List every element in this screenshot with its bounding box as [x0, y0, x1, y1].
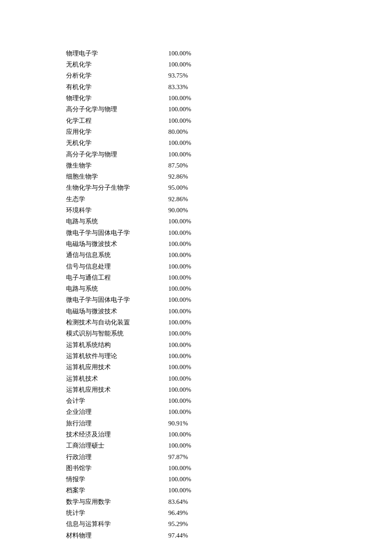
subject-cell: 检测技术与自动化装置	[66, 317, 168, 328]
table-row: 应用化学80.00%	[66, 126, 191, 137]
percent-cell: 100.00%	[168, 395, 191, 406]
subject-percentage-table: 物理电子学100.00%无机化学100.00%分析化学93.75%有机化学83.…	[66, 48, 191, 541]
table-row: 电磁场与微波技术100.00%	[66, 306, 191, 317]
table-row: 档案学100.00%	[66, 485, 191, 496]
percent-cell: 100.00%	[168, 485, 191, 496]
subject-cell: 信息与运算科学	[66, 518, 168, 529]
percent-cell: 100.00%	[168, 373, 191, 384]
percent-cell: 100.00%	[168, 407, 191, 418]
table-row: 运算机软件与理论100.00%	[66, 350, 191, 361]
table-row: 分析化学93.75%	[66, 70, 191, 81]
table-row: 数学与应用数学83.64%	[66, 496, 191, 507]
subject-cell: 电子与通信工程	[66, 272, 168, 283]
percent-cell: 100.00%	[168, 92, 191, 104]
subject-cell: 物理电子学	[66, 48, 168, 59]
table-row: 技术经济及治理100.00%	[66, 429, 191, 440]
percent-cell: 100.00%	[168, 48, 191, 59]
subject-cell: 生物化学与分子生物学	[66, 182, 168, 194]
table-row: 细胞生物学92.86%	[66, 171, 191, 182]
table-row: 统计学96.49%	[66, 507, 191, 518]
subject-cell: 高分子化学与物理	[66, 104, 168, 115]
table-row: 电磁场与微波技术100.00%	[66, 238, 191, 249]
subject-cell: 工商治理硕士	[66, 440, 168, 451]
percent-cell: 100.00%	[168, 306, 191, 317]
table-row: 微电子学与固体电子学100.00%	[66, 227, 191, 238]
percent-cell: 80.00%	[168, 126, 191, 137]
percent-cell: 100.00%	[168, 227, 191, 238]
subject-cell: 企业治理	[66, 407, 168, 418]
table-row: 情报学100.00%	[66, 474, 191, 485]
table-row: 运算机应用技术100.00%	[66, 384, 191, 395]
subject-cell: 微电子学与固体电子学	[66, 227, 168, 238]
subject-cell: 统计学	[66, 507, 168, 518]
percent-cell: 83.64%	[168, 496, 191, 507]
subject-cell: 应用化学	[66, 126, 168, 137]
subject-cell: 电磁场与微波技术	[66, 238, 168, 249]
table-row: 微电子学与固体电子学100.00%	[66, 295, 191, 306]
table-body: 物理电子学100.00%无机化学100.00%分析化学93.75%有机化学83.…	[66, 48, 191, 541]
percent-cell: 100.00%	[168, 104, 191, 115]
subject-cell: 有机化学	[66, 81, 168, 92]
table-row: 行政治理97.87%	[66, 451, 191, 462]
table-row: 材料物理97.44%	[66, 530, 191, 541]
percent-cell: 100.00%	[168, 350, 191, 361]
table-row: 无机化学100.00%	[66, 59, 191, 70]
subject-cell: 无机化学	[66, 59, 168, 70]
table-row: 物理电子学100.00%	[66, 48, 191, 59]
percent-cell: 97.87%	[168, 451, 191, 462]
percent-cell: 100.00%	[168, 474, 191, 485]
table-row: 企业治理100.00%	[66, 407, 191, 418]
table-row: 有机化学83.33%	[66, 81, 191, 92]
percent-cell: 93.75%	[168, 70, 191, 81]
subject-cell: 运算机系统结构	[66, 339, 168, 350]
table-row: 旅行治理90.91%	[66, 418, 191, 429]
percent-cell: 100.00%	[168, 272, 191, 283]
subject-cell: 情报学	[66, 474, 168, 485]
subject-cell: 运算机软件与理论	[66, 350, 168, 361]
subject-cell: 生态学	[66, 194, 168, 205]
percent-cell: 90.91%	[168, 418, 191, 429]
percent-cell: 83.33%	[168, 81, 191, 92]
percent-cell: 100.00%	[168, 283, 191, 294]
percent-cell: 100.00%	[168, 440, 191, 451]
subject-cell: 数学与应用数学	[66, 496, 168, 507]
subject-cell: 微电子学与固体电子学	[66, 295, 168, 306]
table-row: 运算机技术100.00%	[66, 373, 191, 384]
percent-cell: 100.00%	[168, 462, 191, 474]
table-row: 运算机应用技术100.00%	[66, 361, 191, 373]
subject-cell: 运算机技术	[66, 373, 168, 384]
table-row: 会计学100.00%	[66, 395, 191, 406]
subject-cell: 物理化学	[66, 92, 168, 104]
percent-cell: 95.00%	[168, 182, 191, 194]
subject-cell: 运算机应用技术	[66, 384, 168, 395]
subject-cell: 细胞生物学	[66, 171, 168, 182]
percent-cell: 100.00%	[168, 261, 191, 272]
subject-cell: 旅行治理	[66, 418, 168, 429]
table-row: 高分子化学与物理100.00%	[66, 104, 191, 115]
subject-cell: 档案学	[66, 485, 168, 496]
subject-cell: 运算机应用技术	[66, 361, 168, 373]
percent-cell: 92.86%	[168, 171, 191, 182]
percent-cell: 97.44%	[168, 530, 191, 541]
table-row: 电子与通信工程100.00%	[66, 272, 191, 283]
subject-cell: 信号与信息处理	[66, 261, 168, 272]
percent-cell: 100.00%	[168, 384, 191, 395]
table-row: 运算机系统结构100.00%	[66, 339, 191, 350]
table-row: 物理化学100.00%	[66, 92, 191, 104]
subject-cell: 环境科学	[66, 205, 168, 216]
table-row: 生物化学与分子生物学95.00%	[66, 182, 191, 194]
subject-cell: 会计学	[66, 395, 168, 406]
percent-cell: 100.00%	[168, 115, 191, 126]
percent-cell: 100.00%	[168, 137, 191, 148]
table-row: 化学工程100.00%	[66, 115, 191, 126]
table-row: 通信与信息系统100.00%	[66, 249, 191, 260]
subject-cell: 电路与系统	[66, 283, 168, 294]
subject-cell: 电路与系统	[66, 216, 168, 227]
subject-cell: 技术经济及治理	[66, 429, 168, 440]
table-row: 工商治理硕士100.00%	[66, 440, 191, 451]
percent-cell: 100.00%	[168, 429, 191, 440]
percent-cell: 100.00%	[168, 361, 191, 373]
subject-cell: 模式识别与智能系统	[66, 328, 168, 339]
percent-cell: 87.50%	[168, 160, 191, 171]
table-row: 图书馆学100.00%	[66, 462, 191, 474]
